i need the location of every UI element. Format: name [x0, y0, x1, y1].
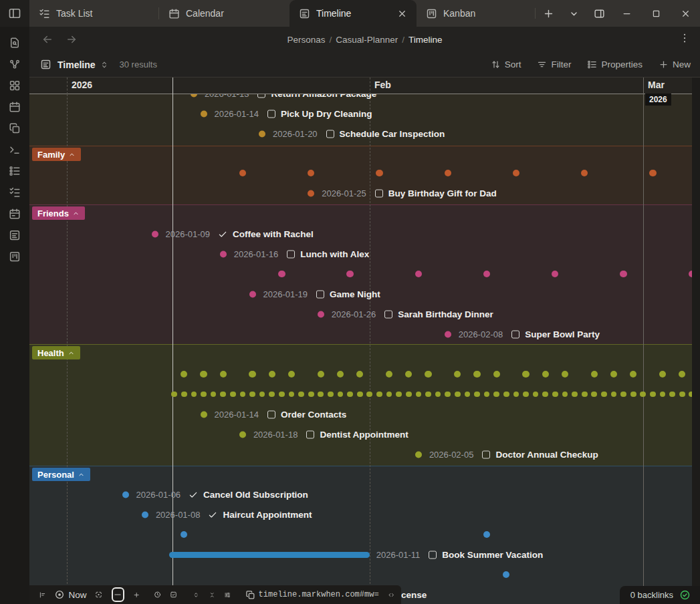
recurring-event-dot[interactable] [230, 392, 236, 398]
recurring-event-dot[interactable] [630, 392, 636, 398]
event-checkbox[interactable] [267, 110, 275, 118]
event-checkbox[interactable] [482, 450, 490, 458]
collapse-rows-button[interactable] [209, 590, 215, 600]
ribbon-list-properties-button[interactable] [5, 160, 25, 182]
tab-timeline[interactable]: Timeline [289, 0, 417, 27]
clipped-event-label[interactable]: cense [401, 590, 427, 600]
timeline-event[interactable]: 2026-01-25Buy Birthday Gift for Dad [308, 188, 497, 198]
recurring-event-dot[interactable] [455, 392, 461, 398]
recurring-event-dot[interactable] [249, 392, 255, 398]
recurring-event-dot[interactable] [620, 271, 626, 277]
recurring-event-dot[interactable] [473, 371, 480, 378]
recurring-event-dot[interactable] [278, 271, 285, 277]
minimize-button[interactable] [612, 0, 641, 27]
event-checkbox[interactable] [306, 430, 314, 438]
tab-list-button[interactable] [561, 0, 586, 27]
view-name[interactable]: Timeline [57, 59, 96, 70]
recurring-event-dot[interactable] [425, 392, 431, 398]
timeline-event[interactable]: 2026-01-11Book Summer Vacation [376, 550, 543, 560]
expand-rows-button[interactable] [193, 590, 199, 600]
maximize-button[interactable] [641, 0, 671, 27]
timeline-event[interactable]: 2026-02-08Super Bowl Party [445, 329, 600, 339]
recurring-event-dot[interactable] [279, 392, 285, 398]
recurring-event-dot[interactable] [474, 392, 480, 398]
tab-calendar[interactable]: Calendar [159, 0, 289, 27]
ribbon-copy-files-button[interactable] [5, 118, 25, 139]
recurring-event-dot[interactable] [201, 392, 207, 398]
close-window-button[interactable] [671, 0, 700, 27]
recurring-event-dot[interactable] [542, 371, 549, 378]
event-checkbox[interactable] [326, 130, 334, 138]
timeline-event[interactable]: 2026-01-09Coffee with Rachel [152, 229, 314, 239]
density-button[interactable] [224, 590, 231, 600]
recurring-event-dot[interactable] [357, 392, 363, 398]
toggle-left-sidebar-button[interactable] [0, 0, 29, 27]
backlinks-pill[interactable]: 0 backlinks [620, 586, 700, 604]
clock-button[interactable] [154, 589, 161, 600]
recurring-event-dot[interactable] [249, 371, 255, 378]
completed-toggle-button[interactable] [170, 589, 177, 600]
sort-button[interactable]: Sort [491, 59, 521, 69]
recurring-event-dot[interactable] [591, 371, 598, 378]
flow-order-button[interactable] [39, 590, 45, 600]
zoom-in-button[interactable] [133, 590, 140, 600]
recurring-event-dot[interactable] [328, 392, 334, 398]
ribbon-kanban-board-button[interactable] [5, 246, 25, 267]
timeline-event[interactable]: 2026-01-08Haircut Appointment [142, 510, 312, 520]
recurring-event-dot[interactable] [582, 392, 588, 398]
ribbon-graph-button[interactable] [5, 53, 25, 75]
recurring-event-dot[interactable] [425, 371, 431, 378]
recurring-event-dot[interactable] [181, 392, 187, 398]
timeline-event[interactable]: 2026-01-14Pick Up Dry Cleaning [201, 109, 372, 119]
timeline-event[interactable]: 2026-01-20Schedule Car Inspection [259, 129, 445, 139]
ribbon-timeline-note-button[interactable] [5, 224, 25, 246]
event-checkbox[interactable] [511, 330, 519, 338]
recurring-event-dot[interactable] [318, 371, 324, 378]
view-switcher-icon[interactable] [100, 60, 109, 69]
ribbon-dashboard-button[interactable] [5, 75, 25, 96]
recurring-event-dot[interactable] [679, 392, 685, 398]
fit-view-button[interactable] [95, 589, 102, 600]
timeline-event[interactable]: 2026-01-14Order Contacts [201, 410, 347, 420]
toggle-right-sidebar-button[interactable] [586, 0, 612, 27]
ribbon-calendar-button[interactable] [5, 96, 25, 118]
recurring-event-dot[interactable] [220, 371, 227, 378]
tab-kanban[interactable]: Kanban [417, 0, 510, 27]
recurring-event-dot[interactable] [503, 392, 509, 398]
recurring-event-dot[interactable] [522, 371, 529, 378]
timeline-event[interactable]: 2026-02-05Doctor Annual Checkup [415, 450, 598, 460]
recurring-event-dot[interactable] [346, 271, 353, 277]
recurring-event-dot[interactable] [523, 392, 529, 398]
zoom-out-button[interactable] [112, 587, 124, 602]
recurring-event-dot[interactable] [445, 170, 451, 176]
recurring-event-dot[interactable] [376, 170, 382, 176]
event-range-bar[interactable] [169, 552, 369, 558]
ribbon-file-search-button[interactable] [5, 32, 25, 53]
ribbon-terminal-button[interactable] [5, 139, 25, 160]
recurring-event-dot[interactable] [200, 371, 207, 378]
breadcrumb-item[interactable]: Casual-Planner [336, 35, 398, 45]
event-checkbox[interactable] [287, 250, 295, 258]
new-tab-button[interactable] [536, 0, 561, 27]
recurring-event-dot[interactable] [376, 392, 382, 398]
timeline-event[interactable]: 2026-01-06Cancel Old Subscription [122, 490, 308, 500]
group-badge-personal[interactable]: Personal [32, 468, 90, 481]
recurring-event-dot[interactable] [601, 392, 607, 398]
tab-task-list[interactable]: Task List [29, 0, 158, 27]
recurring-event-dot[interactable] [308, 392, 314, 398]
now-button[interactable]: Now [54, 589, 86, 600]
recurring-event-dot[interactable] [406, 392, 412, 398]
recurring-event-dot[interactable] [493, 371, 500, 378]
breadcrumb-item-current[interactable]: Timeline [409, 35, 443, 45]
embed-code-button[interactable] [388, 590, 394, 600]
recurring-event-dot[interactable] [649, 170, 656, 176]
recurring-event-dot[interactable] [650, 392, 656, 398]
timeline-event[interactable]: 2026-01-16Lunch with Alex [220, 249, 370, 259]
event-checkbox[interactable] [267, 410, 275, 418]
copy-link-button[interactable]: timeline.markwhen.com#mw= [245, 590, 379, 600]
new-item-button[interactable]: New [659, 59, 691, 69]
group-badge-family[interactable]: Family [32, 148, 81, 161]
timeline-canvas[interactable]: 2026FebMar20262026-01-13Return Amazon Pa… [29, 78, 700, 604]
recurring-event-dot[interactable] [552, 392, 558, 398]
group-badge-health[interactable]: Health [32, 346, 80, 359]
